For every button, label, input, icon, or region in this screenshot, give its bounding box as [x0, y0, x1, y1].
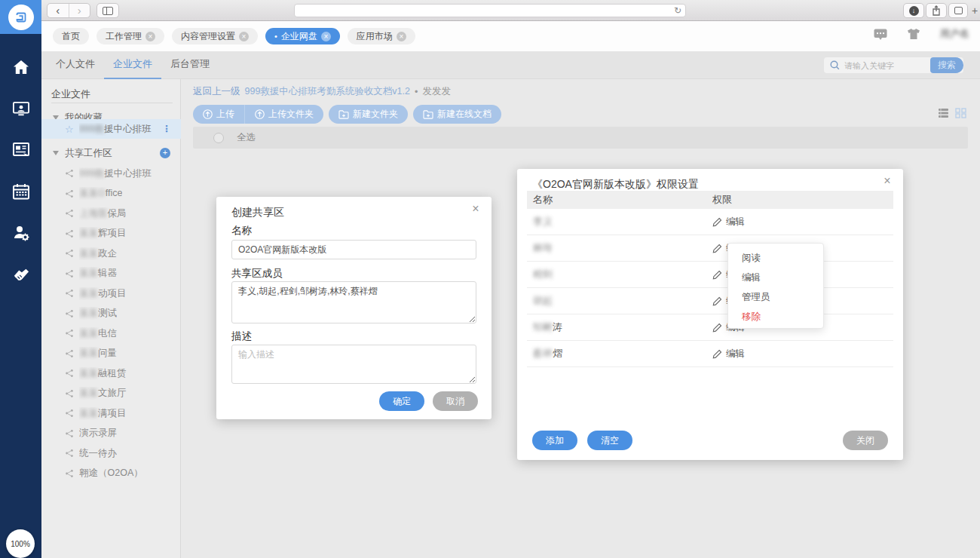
shared-tree-item[interactable]: 统一待办 — [41, 443, 181, 464]
shared-tree-item[interactable]: 某某动项目 — [41, 284, 181, 304]
shared-tree-item[interactable]: 某某电信 — [41, 323, 181, 344]
file-nav-tabs: 个人文件企业文件后台管理 — [47, 51, 219, 79]
pencil-icon — [712, 270, 722, 280]
shared-tree-item[interactable]: 某某Office — [41, 184, 181, 204]
message-icon[interactable] — [874, 29, 887, 40]
shared-item-label: 某某问量 — [79, 347, 117, 360]
favorite-tree-item[interactable]: ☆ 999救援中心排班 ⋮ — [41, 119, 181, 139]
pencil-icon — [712, 244, 722, 253]
name-input[interactable] — [231, 240, 476, 259]
shared-tree-item[interactable]: 某某政企 — [41, 244, 181, 264]
close-icon[interactable]: × — [469, 202, 482, 216]
new-tab-button[interactable]: + — [969, 3, 980, 18]
new-folder-button[interactable]: 新建文件夹 — [329, 105, 408, 124]
cancel-button[interactable]: 取消 — [433, 391, 478, 411]
home-icon[interactable] — [13, 59, 29, 75]
permission-menu-item[interactable]: 管理员 — [728, 287, 823, 307]
search-input[interactable] — [844, 61, 930, 70]
file-nav-tab[interactable]: 后台管理 — [161, 51, 219, 79]
app-tab[interactable]: • 应用市场 × — [348, 28, 415, 44]
file-nav-tab[interactable]: 个人文件 — [47, 51, 104, 79]
app-tab-label: 首页 — [62, 30, 80, 43]
more-options-icon[interactable]: ⋮ — [162, 124, 171, 134]
permission-edit-link[interactable]: 编辑 — [712, 216, 745, 228]
column-permission-header: 权限 — [712, 193, 732, 207]
select-all-checkbox[interactable] — [213, 133, 224, 143]
column-name-header: 名称 — [533, 193, 553, 207]
shared-tree-item[interactable]: 某某满项目 — [41, 403, 181, 424]
app-tab[interactable]: • 内容管理设置 × — [172, 28, 258, 44]
download-icon: ↓ — [909, 6, 919, 16]
shared-tree-item[interactable]: 某某测试 — [41, 304, 181, 324]
add-shared-area-icon[interactable]: + — [160, 148, 170, 158]
shared-tree-item[interactable]: 演示录屏 — [41, 424, 181, 444]
breadcrumb-path: 999救援中心排班考勤系统验收文档v1.2 — [245, 85, 410, 98]
share-node-icon — [65, 369, 74, 378]
shared-tree-item[interactable]: 翱途（O2OA） — [41, 464, 181, 484]
app-tab[interactable]: • 工作管理 × — [96, 28, 164, 44]
description-textarea[interactable] — [231, 345, 476, 384]
upload-button[interactable]: 上传 — [193, 105, 244, 124]
list-view-icon[interactable] — [938, 108, 949, 118]
upload-icon — [203, 109, 213, 119]
shared-tree-item[interactable]: 某某辑器 — [41, 264, 181, 284]
permission-edit-link[interactable]: 编辑 — [712, 348, 745, 360]
share-button[interactable] — [926, 3, 947, 18]
add-button[interactable]: 添加 — [532, 431, 577, 450]
user-name[interactable]: 用户名 — [940, 27, 969, 41]
app-logo-block[interactable] — [0, 0, 41, 34]
pencil-icon — [712, 323, 722, 333]
forward-button[interactable]: › — [69, 4, 90, 17]
theme-shirt-icon[interactable] — [907, 28, 920, 40]
file-nav-tab[interactable]: 企业文件 — [104, 51, 161, 79]
back-button[interactable]: ‹ — [47, 4, 69, 17]
permission-menu-item[interactable]: 移除 — [728, 307, 823, 327]
tab-overview-button[interactable] — [948, 3, 968, 18]
upload-folder-button[interactable]: 上传文件夹 — [244, 105, 323, 124]
close-icon[interactable]: × — [880, 174, 894, 188]
grid-view-icon[interactable] — [955, 108, 966, 118]
member-name: 林玲 — [533, 241, 553, 255]
members-textarea[interactable]: 李义,胡起,程剑,邹树涛,林玲,蔡祥熠 — [231, 281, 476, 323]
tab-close-icon[interactable]: × — [239, 32, 249, 41]
confirm-button[interactable]: 确定 — [379, 391, 424, 411]
shared-tree-item[interactable]: 上海医保局 — [41, 204, 181, 224]
new-online-doc-button[interactable]: 新建在线文档 — [413, 105, 501, 124]
close-button[interactable]: 关闭 — [843, 431, 888, 450]
tab-close-icon[interactable]: × — [145, 32, 155, 41]
browser-toolbar: ‹ › ↻ ↓ + — [0, 0, 980, 21]
sidebar-toggle-button[interactable] — [96, 3, 119, 18]
downloads-button[interactable]: ↓ — [903, 3, 924, 18]
shared-tree-item[interactable]: 某某融租赁 — [41, 363, 181, 384]
shared-tree-item[interactable]: 999救援中心排班 — [41, 164, 181, 184]
shared-item-label: 某某Office — [79, 187, 122, 200]
app-tab[interactable]: • 企业网盘 × — [265, 28, 340, 44]
shared-item-label: 某某电信 — [79, 327, 117, 340]
shared-tree-item[interactable]: 某某问量 — [41, 344, 181, 364]
calendar-icon[interactable] — [13, 183, 29, 200]
shared-tree-item[interactable]: 某某辉项目 — [41, 224, 181, 244]
active-dot: • — [274, 32, 277, 41]
app-tab[interactable]: • 首页 × — [53, 28, 89, 44]
contacts-icon[interactable] — [13, 100, 29, 117]
shared-tree-item[interactable]: 某某文旅厅 — [41, 384, 181, 404]
tab-close-icon[interactable]: × — [321, 32, 331, 41]
handshake-icon[interactable] — [13, 266, 29, 283]
new-folder-icon — [338, 110, 349, 119]
search-button[interactable]: 搜索 — [930, 57, 963, 73]
reload-icon[interactable]: ↻ — [674, 5, 681, 16]
user-settings-icon[interactable] — [13, 225, 29, 241]
permission-settings-dialog: 《O2OA官网新版本改版》权限设置 × 名称 权限 李义 编辑 林玲 — [517, 169, 903, 460]
tab-close-icon[interactable]: × — [397, 32, 406, 41]
zoom-level-badge[interactable]: 100% — [6, 529, 35, 558]
permission-dropdown-menu: 阅读编辑管理员移除 — [727, 243, 824, 329]
app-tab-label: 应用市场 — [357, 30, 393, 43]
permission-menu-item[interactable]: 编辑 — [728, 268, 823, 287]
address-bar[interactable]: ↻ — [294, 4, 686, 17]
file-toolbar: 上传 上传文件夹 新建文件夹 — [193, 105, 501, 124]
news-icon[interactable] — [13, 142, 29, 158]
clear-button[interactable]: 清空 — [587, 431, 632, 450]
permission-menu-item[interactable]: 阅读 — [728, 248, 823, 268]
back-to-parent-link[interactable]: 返回上一级 — [193, 85, 240, 98]
shared-section-header[interactable]: 共享工作区 + — [41, 144, 181, 162]
